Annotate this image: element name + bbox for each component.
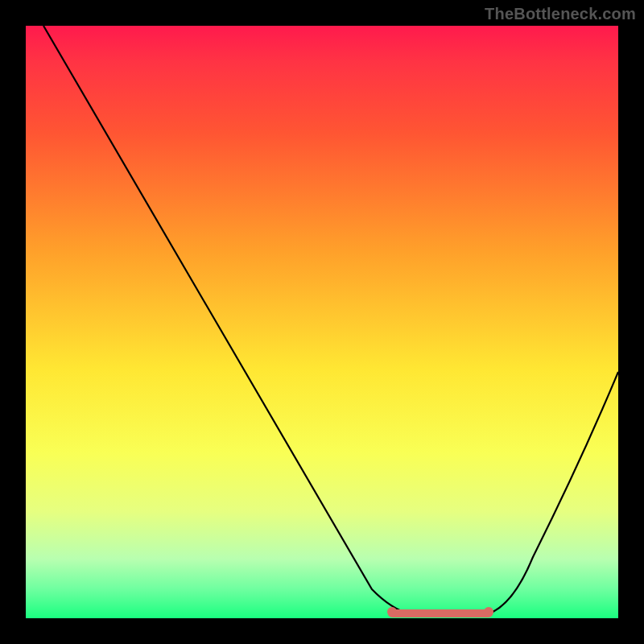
chart-frame: TheBottleneck.com xyxy=(0,0,644,644)
optimal-range-start-dot xyxy=(387,607,397,617)
plot-area xyxy=(26,26,618,618)
optimal-range-end-dot xyxy=(484,607,493,617)
watermark-label: TheBottleneck.com xyxy=(485,5,636,23)
curve-path xyxy=(43,26,618,616)
bottleneck-curve-svg xyxy=(26,26,618,618)
